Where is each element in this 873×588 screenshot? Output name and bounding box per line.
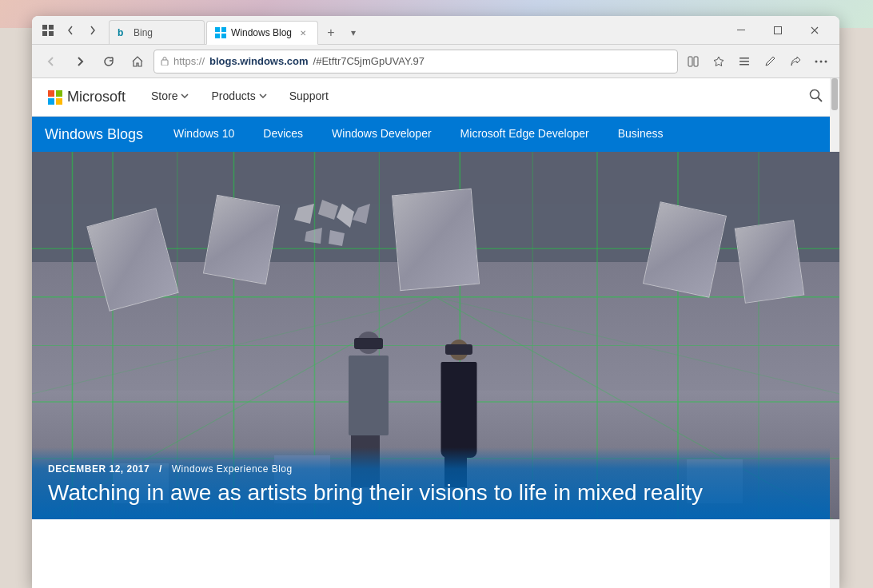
address-path: /#Etftr7C5jmGpUVAY.97 <box>313 55 425 67</box>
new-tab-button[interactable]: + <box>320 22 342 44</box>
svg-rect-9 <box>775 26 782 34</box>
svg-rect-2 <box>42 31 47 36</box>
svg-rect-3 <box>49 31 54 36</box>
browser-window: b Bing Windows Blog ✕ + ▾ <box>32 16 839 588</box>
ms-nav-support[interactable]: Support <box>280 78 338 117</box>
tabs-dropdown-button[interactable]: ▾ <box>342 22 365 44</box>
windows-blog-tab[interactable]: Windows Blog ✕ <box>206 21 318 45</box>
svg-rect-11 <box>688 57 692 66</box>
hero-title: Watching in awe as artists bring their v… <box>48 479 814 507</box>
blue-nav-windows-developer[interactable]: Windows Developer <box>317 117 446 152</box>
website-content: Microsoft Store Products Support <box>32 78 839 588</box>
ms-nav: Store Products Support <box>142 78 793 117</box>
home-button[interactable] <box>125 49 150 74</box>
more-button[interactable] <box>809 50 833 74</box>
svg-rect-1 <box>49 25 54 30</box>
block-5 <box>734 220 803 304</box>
logo-sq-red <box>48 90 54 97</box>
blue-nav-business[interactable]: Business <box>604 117 678 152</box>
hero-blog-name: Windows Experience Blog <box>172 463 293 475</box>
hub-button[interactable] <box>732 50 756 74</box>
microsoft-logo-text: Microsoft <box>67 89 126 105</box>
svg-marker-43 <box>353 204 370 224</box>
hero-caption: DECEMBER 12, 2017 / Windows Experience B… <box>32 447 830 519</box>
svg-rect-0 <box>42 25 47 30</box>
svg-marker-42 <box>337 204 354 228</box>
svg-marker-41 <box>318 200 338 220</box>
hero-date: DECEMBER 12, 2017 / Windows Experience B… <box>48 463 814 475</box>
windows-favicon <box>215 27 226 38</box>
ms-nav-products[interactable]: Products <box>201 78 276 117</box>
svg-point-16 <box>815 60 818 62</box>
svg-marker-45 <box>329 230 345 246</box>
close-tab-button[interactable]: ✕ <box>297 26 309 39</box>
microsoft-logo[interactable]: Microsoft <box>48 89 126 105</box>
maximize-button[interactable] <box>759 16 796 45</box>
block-3 <box>391 189 479 291</box>
favorites-button[interactable] <box>707 50 731 74</box>
blue-nav-devices[interactable]: Devices <box>249 117 317 152</box>
window-controls <box>723 16 833 45</box>
close-button[interactable] <box>796 16 833 45</box>
microsoft-header: Microsoft Store Products Support <box>32 78 839 117</box>
ms-nav-store[interactable]: Store <box>142 78 198 117</box>
bing-favicon: b <box>118 27 129 38</box>
svg-rect-12 <box>694 57 698 66</box>
svg-rect-8 <box>737 30 745 30</box>
scrollbar-thumb[interactable] <box>831 78 838 110</box>
svg-rect-7 <box>221 34 226 38</box>
reading-view-button[interactable] <box>681 50 705 74</box>
svg-point-18 <box>825 60 827 62</box>
browser-app-icon <box>38 21 58 40</box>
debris-shards <box>290 200 386 264</box>
blue-nav-bar: Windows Blogs Windows 10 Devices Windows… <box>32 117 839 152</box>
back-button[interactable] <box>38 49 64 74</box>
share-button[interactable] <box>783 50 807 74</box>
products-dropdown-icon <box>259 93 267 98</box>
bing-tab[interactable]: b Bing <box>109 20 205 44</box>
forward-history-button[interactable] <box>83 21 102 40</box>
svg-rect-10 <box>161 60 168 66</box>
ms-search-button[interactable] <box>809 89 823 106</box>
svg-rect-5 <box>221 27 226 32</box>
svg-marker-40 <box>294 204 314 224</box>
svg-rect-15 <box>739 64 749 66</box>
svg-marker-44 <box>305 228 322 244</box>
svg-rect-4 <box>215 27 220 32</box>
bing-tab-title: Bing <box>134 27 196 38</box>
title-bar-left <box>38 21 102 40</box>
address-protocol: https:// <box>173 55 205 67</box>
hero-image-area: DECEMBER 12, 2017 / Windows Experience B… <box>32 152 839 519</box>
site-title[interactable]: Windows Blogs <box>45 126 143 143</box>
hero-date-divider: / <box>159 463 162 475</box>
address-domain: blogs.windows.com <box>209 55 309 67</box>
address-bar[interactable]: https:// blogs.windows.com /#Etftr7C5jmG… <box>153 50 678 74</box>
svg-point-19 <box>811 89 819 98</box>
minimize-button[interactable] <box>723 16 759 45</box>
logo-sq-yellow <box>56 98 62 105</box>
svg-rect-14 <box>739 61 749 62</box>
notes-button[interactable] <box>758 50 782 74</box>
logo-sq-blue <box>48 98 54 105</box>
svg-rect-13 <box>739 58 749 59</box>
microsoft-logo-squares <box>48 90 62 105</box>
svg-rect-6 <box>215 34 220 38</box>
back-history-button[interactable] <box>61 21 80 40</box>
windows-blog-tab-title: Windows Blog <box>231 27 292 38</box>
nav-actions <box>681 50 833 74</box>
blue-nav-edge-developer[interactable]: Microsoft Edge Developer <box>446 117 604 152</box>
forward-button[interactable] <box>67 49 93 74</box>
nav-bar: https:// blogs.windows.com /#Etftr7C5jmG… <box>32 45 839 78</box>
store-dropdown-icon <box>181 93 189 98</box>
lock-icon <box>161 56 169 67</box>
blue-nav-windows10[interactable]: Windows 10 <box>159 117 249 152</box>
tabs-area: b Bing Windows Blog ✕ + ▾ <box>102 16 723 44</box>
logo-sq-green <box>56 90 62 97</box>
title-bar: b Bing Windows Blog ✕ + ▾ <box>32 16 839 45</box>
svg-point-17 <box>820 60 823 62</box>
refresh-button[interactable] <box>96 49 122 74</box>
